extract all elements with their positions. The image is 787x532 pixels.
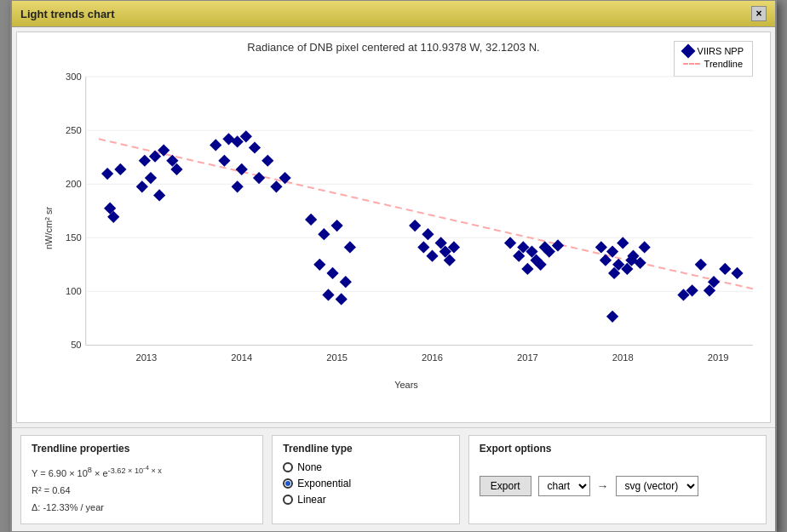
- svg-text:200: 200: [66, 180, 82, 190]
- svg-text:250: 250: [66, 126, 82, 136]
- svg-text:2017: 2017: [517, 352, 538, 363]
- svg-marker-45: [305, 214, 317, 226]
- export-options-section: Export options Export chart data → svg (…: [468, 435, 767, 523]
- radio-none-circle[interactable]: [283, 462, 293, 472]
- svg-text:300: 300: [66, 72, 82, 83]
- radio-exponential[interactable]: Exponential: [283, 478, 449, 489]
- svg-text:100: 100: [66, 287, 82, 297]
- svg-marker-47: [331, 220, 343, 232]
- svg-marker-87: [731, 267, 743, 279]
- radio-linear-circle[interactable]: [283, 495, 293, 505]
- trendline-properties-section: Trendline properties Y = 6.90 × 108 × e-…: [20, 435, 263, 523]
- svg-marker-29: [145, 172, 157, 184]
- trendline-equation: Y = 6.90 × 108 × e-3.62 × 10-4 × x: [32, 461, 252, 483]
- svg-marker-55: [422, 229, 434, 241]
- chart-title: Radiance of DNB pixel centered at 110.93…: [17, 32, 770, 62]
- svg-marker-37: [249, 142, 261, 154]
- export-row: Export chart data → svg (vector) png (ra…: [480, 476, 755, 496]
- svg-marker-43: [270, 181, 282, 193]
- svg-marker-42: [261, 155, 273, 167]
- svg-marker-34: [222, 134, 234, 146]
- window-title: Light trends chart: [20, 8, 115, 20]
- svg-marker-38: [218, 155, 230, 167]
- svg-marker-49: [313, 259, 325, 271]
- trendline-r-squared: R² = 0.64: [32, 483, 252, 500]
- svg-marker-33: [210, 140, 221, 152]
- arrow-icon: →: [597, 479, 609, 493]
- format-select[interactable]: chart data: [538, 476, 590, 496]
- svg-marker-58: [426, 250, 438, 262]
- trendline-properties-title: Trendline properties: [32, 443, 252, 455]
- y-axis-label: nW/cm² sr: [43, 207, 54, 249]
- svg-text:50: 50: [71, 340, 81, 351]
- svg-text:2018: 2018: [612, 352, 634, 363]
- svg-marker-51: [340, 276, 352, 288]
- svg-text:2013: 2013: [135, 352, 157, 363]
- trendline-delta: Δ: -12.33% / year: [32, 500, 252, 517]
- svg-marker-48: [344, 242, 356, 254]
- svg-text:150: 150: [66, 233, 82, 243]
- chart-svg: 300 250 200 150 100 50 2013 2014 2015 20…: [51, 62, 761, 386]
- svg-marker-40: [253, 172, 265, 184]
- svg-marker-84: [695, 259, 707, 271]
- trendline-type-section: Trendline type None Exponential Linear: [272, 435, 460, 523]
- svg-marker-69: [552, 240, 564, 252]
- radio-linear-label: Linear: [297, 494, 325, 506]
- legend-viirs-label: VIIRS NPP: [698, 46, 744, 56]
- svg-marker-72: [595, 242, 607, 254]
- svg-marker-62: [504, 237, 516, 249]
- bottom-panel: Trendline properties Y = 6.90 × 108 × e-…: [12, 427, 775, 530]
- svg-marker-76: [639, 242, 651, 254]
- svg-marker-50: [326, 267, 338, 279]
- svg-text:2019: 2019: [708, 352, 729, 363]
- svg-marker-22: [114, 163, 126, 175]
- svg-text:2015: 2015: [326, 352, 348, 363]
- title-bar: Light trends chart ×: [12, 1, 775, 27]
- svg-marker-54: [409, 220, 421, 232]
- svg-marker-30: [136, 181, 148, 193]
- svg-marker-83: [606, 311, 618, 323]
- radio-exponential-label: Exponential: [297, 478, 351, 489]
- radio-none[interactable]: None: [283, 461, 449, 473]
- radio-exponential-circle[interactable]: [283, 478, 293, 489]
- svg-marker-53: [336, 294, 348, 306]
- svg-marker-46: [318, 229, 330, 241]
- svg-line-20: [99, 140, 753, 289]
- svg-text:2014: 2014: [231, 352, 252, 363]
- svg-marker-21: [101, 168, 113, 180]
- svg-marker-60: [417, 242, 429, 254]
- svg-marker-52: [322, 289, 334, 301]
- svg-marker-74: [617, 237, 629, 249]
- svg-marker-70: [521, 263, 533, 275]
- close-button[interactable]: ×: [751, 6, 767, 21]
- legend-item-viirs: VIIRS NPP: [683, 46, 744, 56]
- export-options-title: Export options: [480, 443, 755, 455]
- svg-marker-25: [139, 155, 151, 167]
- chart-area: Radiance of DNB pixel centered at 110.93…: [16, 31, 771, 423]
- svg-marker-31: [153, 190, 165, 202]
- viirs-icon: [681, 44, 695, 59]
- trendline-type-radio-group: None Exponential Linear: [283, 461, 449, 506]
- output-select[interactable]: svg (vector) png (raster) pdf: [616, 476, 698, 496]
- main-window: Light trends chart × Radiance of DNB pix…: [10, 0, 777, 532]
- export-button[interactable]: Export: [480, 476, 531, 496]
- trendline-type-title: Trendline type: [283, 443, 449, 455]
- svg-marker-86: [719, 263, 731, 275]
- radio-linear[interactable]: Linear: [283, 494, 449, 506]
- radio-none-label: None: [297, 461, 322, 473]
- svg-marker-41: [232, 181, 244, 193]
- svg-text:2016: 2016: [422, 352, 443, 363]
